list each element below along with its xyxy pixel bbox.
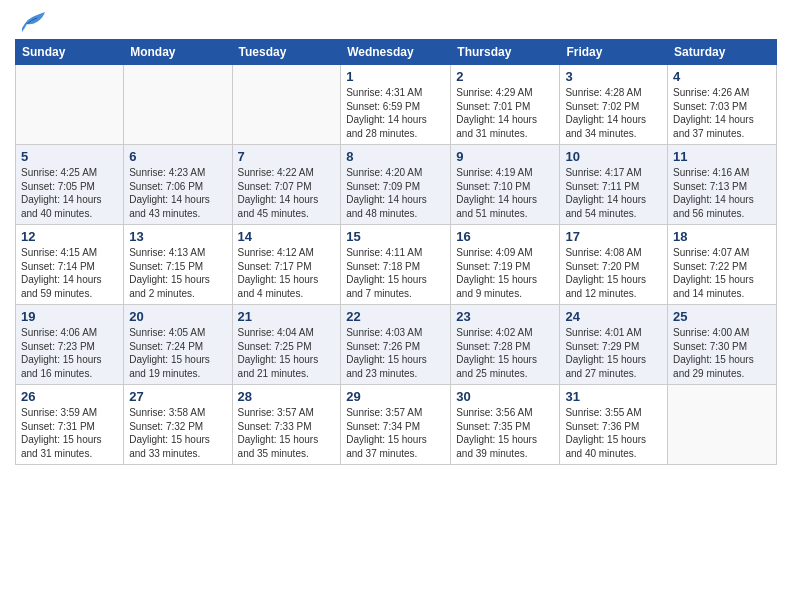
day-cell-23: 23Sunrise: 4:02 AM Sunset: 7:28 PM Dayli… xyxy=(451,305,560,385)
day-cell-26: 26Sunrise: 3:59 AM Sunset: 7:31 PM Dayli… xyxy=(16,385,124,465)
day-number-24: 24 xyxy=(565,309,662,324)
day-cell-25: 25Sunrise: 4:00 AM Sunset: 7:30 PM Dayli… xyxy=(668,305,777,385)
day-info-19: Sunrise: 4:06 AM Sunset: 7:23 PM Dayligh… xyxy=(21,326,118,380)
day-info-30: Sunrise: 3:56 AM Sunset: 7:35 PM Dayligh… xyxy=(456,406,554,460)
day-info-12: Sunrise: 4:15 AM Sunset: 7:14 PM Dayligh… xyxy=(21,246,118,300)
day-cell-8: 8Sunrise: 4:20 AM Sunset: 7:09 PM Daylig… xyxy=(341,145,451,225)
day-number-25: 25 xyxy=(673,309,771,324)
page-container: SundayMondayTuesdayWednesdayThursdayFrid… xyxy=(0,0,792,475)
day-cell-11: 11Sunrise: 4:16 AM Sunset: 7:13 PM Dayli… xyxy=(668,145,777,225)
day-info-6: Sunrise: 4:23 AM Sunset: 7:06 PM Dayligh… xyxy=(129,166,226,220)
day-number-22: 22 xyxy=(346,309,445,324)
day-info-16: Sunrise: 4:09 AM Sunset: 7:19 PM Dayligh… xyxy=(456,246,554,300)
day-number-21: 21 xyxy=(238,309,336,324)
weekday-header-tuesday: Tuesday xyxy=(232,40,341,65)
day-number-23: 23 xyxy=(456,309,554,324)
day-number-7: 7 xyxy=(238,149,336,164)
day-info-22: Sunrise: 4:03 AM Sunset: 7:26 PM Dayligh… xyxy=(346,326,445,380)
day-cell-24: 24Sunrise: 4:01 AM Sunset: 7:29 PM Dayli… xyxy=(560,305,668,385)
day-number-28: 28 xyxy=(238,389,336,404)
day-cell-7: 7Sunrise: 4:22 AM Sunset: 7:07 PM Daylig… xyxy=(232,145,341,225)
day-info-4: Sunrise: 4:26 AM Sunset: 7:03 PM Dayligh… xyxy=(673,86,771,140)
week-row-0: 1Sunrise: 4:31 AM Sunset: 6:59 PM Daylig… xyxy=(16,65,777,145)
day-cell-19: 19Sunrise: 4:06 AM Sunset: 7:23 PM Dayli… xyxy=(16,305,124,385)
day-info-7: Sunrise: 4:22 AM Sunset: 7:07 PM Dayligh… xyxy=(238,166,336,220)
day-cell-4: 4Sunrise: 4:26 AM Sunset: 7:03 PM Daylig… xyxy=(668,65,777,145)
day-info-25: Sunrise: 4:00 AM Sunset: 7:30 PM Dayligh… xyxy=(673,326,771,380)
day-info-3: Sunrise: 4:28 AM Sunset: 7:02 PM Dayligh… xyxy=(565,86,662,140)
day-info-21: Sunrise: 4:04 AM Sunset: 7:25 PM Dayligh… xyxy=(238,326,336,380)
day-number-8: 8 xyxy=(346,149,445,164)
day-info-1: Sunrise: 4:31 AM Sunset: 6:59 PM Dayligh… xyxy=(346,86,445,140)
weekday-header-friday: Friday xyxy=(560,40,668,65)
day-info-14: Sunrise: 4:12 AM Sunset: 7:17 PM Dayligh… xyxy=(238,246,336,300)
day-cell-28: 28Sunrise: 3:57 AM Sunset: 7:33 PM Dayli… xyxy=(232,385,341,465)
day-cell-12: 12Sunrise: 4:15 AM Sunset: 7:14 PM Dayli… xyxy=(16,225,124,305)
day-info-8: Sunrise: 4:20 AM Sunset: 7:09 PM Dayligh… xyxy=(346,166,445,220)
day-number-18: 18 xyxy=(673,229,771,244)
day-number-10: 10 xyxy=(565,149,662,164)
logo xyxy=(15,10,47,35)
calendar-table: SundayMondayTuesdayWednesdayThursdayFrid… xyxy=(15,39,777,465)
week-row-2: 12Sunrise: 4:15 AM Sunset: 7:14 PM Dayli… xyxy=(16,225,777,305)
day-number-11: 11 xyxy=(673,149,771,164)
day-cell-18: 18Sunrise: 4:07 AM Sunset: 7:22 PM Dayli… xyxy=(668,225,777,305)
day-info-15: Sunrise: 4:11 AM Sunset: 7:18 PM Dayligh… xyxy=(346,246,445,300)
day-cell-3: 3Sunrise: 4:28 AM Sunset: 7:02 PM Daylig… xyxy=(560,65,668,145)
day-cell-29: 29Sunrise: 3:57 AM Sunset: 7:34 PM Dayli… xyxy=(341,385,451,465)
weekday-header-thursday: Thursday xyxy=(451,40,560,65)
day-cell-13: 13Sunrise: 4:13 AM Sunset: 7:15 PM Dayli… xyxy=(124,225,232,305)
day-info-17: Sunrise: 4:08 AM Sunset: 7:20 PM Dayligh… xyxy=(565,246,662,300)
day-number-19: 19 xyxy=(21,309,118,324)
day-number-26: 26 xyxy=(21,389,118,404)
week-row-4: 26Sunrise: 3:59 AM Sunset: 7:31 PM Dayli… xyxy=(16,385,777,465)
day-cell-22: 22Sunrise: 4:03 AM Sunset: 7:26 PM Dayli… xyxy=(341,305,451,385)
header xyxy=(15,10,777,35)
day-cell-10: 10Sunrise: 4:17 AM Sunset: 7:11 PM Dayli… xyxy=(560,145,668,225)
day-number-16: 16 xyxy=(456,229,554,244)
day-cell-15: 15Sunrise: 4:11 AM Sunset: 7:18 PM Dayli… xyxy=(341,225,451,305)
day-number-4: 4 xyxy=(673,69,771,84)
weekday-header-monday: Monday xyxy=(124,40,232,65)
day-cell-1: 1Sunrise: 4:31 AM Sunset: 6:59 PM Daylig… xyxy=(341,65,451,145)
day-number-13: 13 xyxy=(129,229,226,244)
day-info-18: Sunrise: 4:07 AM Sunset: 7:22 PM Dayligh… xyxy=(673,246,771,300)
day-info-31: Sunrise: 3:55 AM Sunset: 7:36 PM Dayligh… xyxy=(565,406,662,460)
day-info-23: Sunrise: 4:02 AM Sunset: 7:28 PM Dayligh… xyxy=(456,326,554,380)
day-number-9: 9 xyxy=(456,149,554,164)
day-cell-17: 17Sunrise: 4:08 AM Sunset: 7:20 PM Dayli… xyxy=(560,225,668,305)
weekday-header-wednesday: Wednesday xyxy=(341,40,451,65)
day-info-27: Sunrise: 3:58 AM Sunset: 7:32 PM Dayligh… xyxy=(129,406,226,460)
day-info-26: Sunrise: 3:59 AM Sunset: 7:31 PM Dayligh… xyxy=(21,406,118,460)
day-info-10: Sunrise: 4:17 AM Sunset: 7:11 PM Dayligh… xyxy=(565,166,662,220)
day-number-6: 6 xyxy=(129,149,226,164)
day-info-9: Sunrise: 4:19 AM Sunset: 7:10 PM Dayligh… xyxy=(456,166,554,220)
day-cell-31: 31Sunrise: 3:55 AM Sunset: 7:36 PM Dayli… xyxy=(560,385,668,465)
weekday-header-saturday: Saturday xyxy=(668,40,777,65)
day-cell-16: 16Sunrise: 4:09 AM Sunset: 7:19 PM Dayli… xyxy=(451,225,560,305)
day-info-13: Sunrise: 4:13 AM Sunset: 7:15 PM Dayligh… xyxy=(129,246,226,300)
day-info-11: Sunrise: 4:16 AM Sunset: 7:13 PM Dayligh… xyxy=(673,166,771,220)
day-number-17: 17 xyxy=(565,229,662,244)
weekday-header-sunday: Sunday xyxy=(16,40,124,65)
logo-bird-icon xyxy=(17,10,47,35)
day-number-2: 2 xyxy=(456,69,554,84)
day-number-5: 5 xyxy=(21,149,118,164)
day-number-3: 3 xyxy=(565,69,662,84)
day-cell-2: 2Sunrise: 4:29 AM Sunset: 7:01 PM Daylig… xyxy=(451,65,560,145)
day-number-15: 15 xyxy=(346,229,445,244)
day-info-28: Sunrise: 3:57 AM Sunset: 7:33 PM Dayligh… xyxy=(238,406,336,460)
day-cell-14: 14Sunrise: 4:12 AM Sunset: 7:17 PM Dayli… xyxy=(232,225,341,305)
empty-cell xyxy=(16,65,124,145)
day-number-20: 20 xyxy=(129,309,226,324)
day-number-14: 14 xyxy=(238,229,336,244)
day-number-27: 27 xyxy=(129,389,226,404)
empty-cell xyxy=(668,385,777,465)
day-cell-6: 6Sunrise: 4:23 AM Sunset: 7:06 PM Daylig… xyxy=(124,145,232,225)
day-info-2: Sunrise: 4:29 AM Sunset: 7:01 PM Dayligh… xyxy=(456,86,554,140)
empty-cell xyxy=(124,65,232,145)
day-info-5: Sunrise: 4:25 AM Sunset: 7:05 PM Dayligh… xyxy=(21,166,118,220)
weekday-header-row: SundayMondayTuesdayWednesdayThursdayFrid… xyxy=(16,40,777,65)
week-row-1: 5Sunrise: 4:25 AM Sunset: 7:05 PM Daylig… xyxy=(16,145,777,225)
day-cell-9: 9Sunrise: 4:19 AM Sunset: 7:10 PM Daylig… xyxy=(451,145,560,225)
